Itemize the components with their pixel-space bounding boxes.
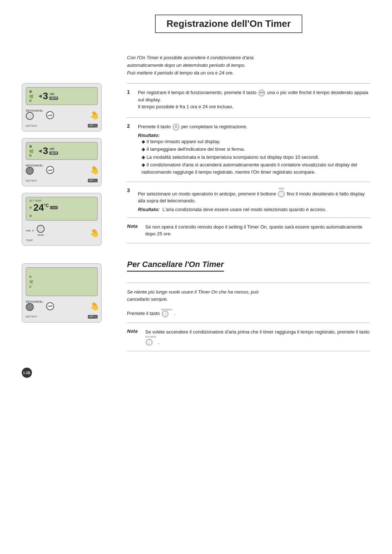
section2-right: Per Cancellare l'On Timer Se niente più …: [127, 260, 370, 357]
page-title: Registrazione dell'On Timer: [167, 18, 291, 29]
hand-icon-3: 🤚: [88, 227, 101, 239]
leaf-icon-4: 🌿: [29, 280, 94, 284]
bullet-2: Il lampeggiare dell'indicatore del timer…: [142, 146, 370, 153]
snowflake-icon-3b: ❄: [29, 214, 32, 218]
hand-icon-4: 🤚: [88, 300, 101, 313]
mode-btn-step3: [278, 191, 285, 197]
on-timer-btn-step1: ON/∇: [258, 90, 265, 96]
hand-icon-1: 🤚: [88, 109, 101, 122]
leaf-icon: 🌿: [29, 94, 33, 98]
divider-5: [127, 243, 370, 243]
on-btn-2: ON∇: [46, 166, 54, 174]
remote-image-1: ❄ 🌿 ⚙ ◀ 3 HR ON ∇ S: [22, 83, 102, 132]
nota-2: Nota Se volete accendere il condizionato…: [127, 328, 370, 345]
set-cancel-btn-2: [26, 167, 34, 175]
set-cancel-btn-nota2: [146, 339, 152, 345]
intro-line2: automaticamente dopo un determinato peri…: [127, 62, 370, 69]
leaf-icon-2: 🌿: [29, 149, 33, 153]
snowflake-icon-3: ❄: [29, 206, 32, 210]
intro-line1: Con l'On Timer è possibile accendere il …: [127, 54, 370, 62]
step-1: 1 Per registrare il tempo di funzionamen…: [127, 89, 370, 112]
remote-image-4: ❄ 🌿 ⚙ SET/CANCEL ON∇ 🤚 BAT: [22, 263, 102, 323]
divider-1: [127, 83, 370, 84]
section2-left: ❄ 🌿 ⚙ SET/CANCEL ON∇ 🤚 BAT: [22, 260, 116, 357]
divider-3: [127, 182, 370, 182]
snowflake-icon-4: ❄: [29, 275, 94, 279]
step-2: 2 Premete il tasto SC per completare la …: [127, 123, 370, 176]
intro-line3: Può mettere il periodo di tempo da un or…: [127, 69, 370, 77]
remote-image-2: ❄ 🌿 ⚙ ◀ 3 HR ON ∇ S: [22, 138, 102, 186]
divider-4: [127, 218, 370, 218]
snowflake-icon: ❄: [29, 90, 33, 94]
bullet-4: Il condizionatore d'aria si accenderà au…: [142, 161, 370, 175]
gear-icon-2: ⚙: [29, 154, 33, 157]
set-cancel-btn-step2: SC: [173, 124, 179, 130]
on-btn-4: ON∇: [46, 302, 54, 310]
bullet-3: La modalità selezionata e la temperatura…: [142, 154, 370, 161]
page-title-box: Registrazione dell'On Timer: [155, 15, 302, 33]
gear-icon: ⚙: [29, 99, 33, 102]
step2-bullets: Il tempo rimasto appare sul display. Il …: [138, 138, 370, 176]
nota-1: Nota Se non opera il controllo remoto do…: [127, 223, 370, 238]
left-column: ❄ 🌿 ⚙ ◀ 3 HR ON ∇ S: [22, 54, 116, 249]
page-number: i-16: [22, 368, 32, 378]
page-number-block: i-16: [22, 368, 370, 378]
right-column: Con l'On Timer è possibile accendere il …: [127, 54, 370, 249]
mode-btn: [37, 225, 45, 233]
set-cancel-btn-4: [26, 303, 34, 311]
divider-6: [127, 283, 370, 283]
divider-2: [127, 117, 370, 118]
section2-title: Per Cancellare l'On Timer: [127, 260, 224, 272]
set-cancel-btn-1: [26, 112, 34, 120]
hand-icon-2: 🤚: [88, 164, 101, 177]
snowflake-icon-2: ❄: [29, 145, 33, 149]
intro-block: Con l'On Timer è possibile accendere il …: [127, 54, 370, 77]
remote-image-3: SET TEMP. ❄ 24°C ON ∇ ❄ 1HR. ⊙ MODE: [22, 193, 102, 246]
gear-icon-4: ⚙: [29, 285, 94, 288]
set-cancel-btn-section2: [162, 311, 168, 317]
bullet-1: Il tempo rimasto appare sul display.: [142, 138, 370, 145]
section2-container: ❄ 🌿 ⚙ SET/CANCEL ON∇ 🤚 BAT: [22, 260, 370, 357]
divider-8: [127, 351, 370, 351]
section2-intro: Se niente più lungo vuole usare il Timer…: [127, 289, 259, 302]
divider-7: [127, 323, 370, 323]
step-3: 3 Per selezionare un modo operatorio in …: [127, 187, 370, 212]
on-btn-1: ON∇: [46, 111, 54, 119]
